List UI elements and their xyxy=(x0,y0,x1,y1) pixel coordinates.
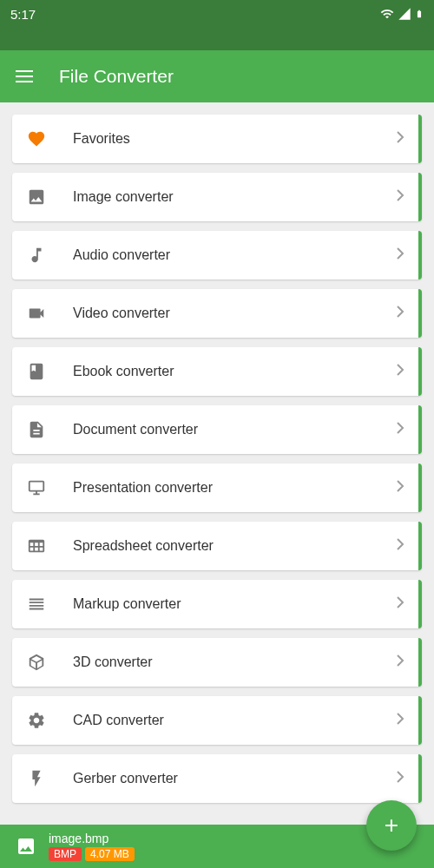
category-label: Favorites xyxy=(73,131,370,147)
file-size-badge: 4.07 MB xyxy=(85,847,135,861)
monitor-icon xyxy=(26,477,47,498)
wifi-icon xyxy=(380,7,394,23)
app-title: File Converter xyxy=(59,66,174,87)
category-label: Gerber converter xyxy=(73,771,370,786)
cad-icon xyxy=(26,710,47,731)
category-spreadsheet[interactable]: Spreadsheet converter xyxy=(12,522,422,570)
music-note-icon xyxy=(26,245,47,266)
category-image[interactable]: Image converter xyxy=(12,173,422,221)
battery-icon xyxy=(415,7,424,23)
chevron-right-icon xyxy=(396,422,404,437)
category-gerber[interactable]: Gerber converter xyxy=(12,754,422,803)
heart-icon xyxy=(26,128,47,149)
category-audio[interactable]: Audio converter xyxy=(12,231,422,279)
status-time: 5:17 xyxy=(10,7,36,22)
chevron-right-icon xyxy=(396,538,404,554)
chevron-right-icon xyxy=(396,654,404,670)
category-markup[interactable]: Markup converter xyxy=(12,580,422,628)
menu-button[interactable] xyxy=(16,70,33,82)
chevron-right-icon xyxy=(396,189,404,205)
chevron-right-icon xyxy=(396,596,404,612)
plus-icon: + xyxy=(385,812,398,839)
add-button[interactable]: + xyxy=(366,800,417,851)
category-ebook[interactable]: Ebook converter xyxy=(12,347,422,396)
file-format-badge: BMP xyxy=(49,847,82,861)
category-label: Document converter xyxy=(73,422,370,437)
chevron-right-icon xyxy=(396,306,404,321)
video-icon xyxy=(26,303,47,324)
category-favorites[interactable]: Favorites xyxy=(12,115,422,163)
category-cad[interactable]: CAD converter xyxy=(12,696,422,745)
svg-rect-0 xyxy=(30,482,44,491)
category-3d[interactable]: 3D converter xyxy=(12,638,422,687)
category-label: 3D converter xyxy=(73,654,370,670)
app-bar: File Converter xyxy=(0,50,434,102)
signal-icon xyxy=(398,7,411,23)
chevron-right-icon xyxy=(396,364,404,379)
status-icons xyxy=(380,7,424,23)
document-icon xyxy=(26,419,47,440)
category-label: Video converter xyxy=(73,306,370,321)
file-name: image.bmp xyxy=(49,832,135,845)
category-label: Spreadsheet converter xyxy=(73,538,370,554)
category-label: Presentation converter xyxy=(73,480,370,496)
category-list: Favorites Image converter Audio converte… xyxy=(0,102,434,825)
book-icon xyxy=(26,361,47,382)
category-label: Ebook converter xyxy=(73,364,370,379)
category-label: Markup converter xyxy=(73,596,370,612)
file-badges: BMP 4.07 MB xyxy=(49,847,135,861)
chevron-right-icon xyxy=(396,247,404,263)
grid-icon xyxy=(26,536,47,556)
image-icon xyxy=(26,187,47,207)
chevron-right-icon xyxy=(396,771,404,786)
status-bar: 5:17 xyxy=(0,0,434,50)
category-document[interactable]: Document converter xyxy=(12,405,422,454)
category-video[interactable]: Video converter xyxy=(12,289,422,338)
category-presentation[interactable]: Presentation converter xyxy=(12,464,422,512)
bolt-icon xyxy=(26,768,47,789)
file-thumbnail-icon xyxy=(14,834,38,858)
chevron-right-icon xyxy=(396,131,404,147)
chevron-right-icon xyxy=(396,480,404,496)
lines-icon xyxy=(26,594,47,615)
3d-icon xyxy=(26,652,47,673)
category-label: CAD converter xyxy=(73,713,370,728)
category-label: Image converter xyxy=(73,189,370,205)
file-info: image.bmp BMP 4.07 MB xyxy=(49,832,135,861)
chevron-right-icon xyxy=(396,713,404,728)
category-label: Audio converter xyxy=(73,247,370,263)
